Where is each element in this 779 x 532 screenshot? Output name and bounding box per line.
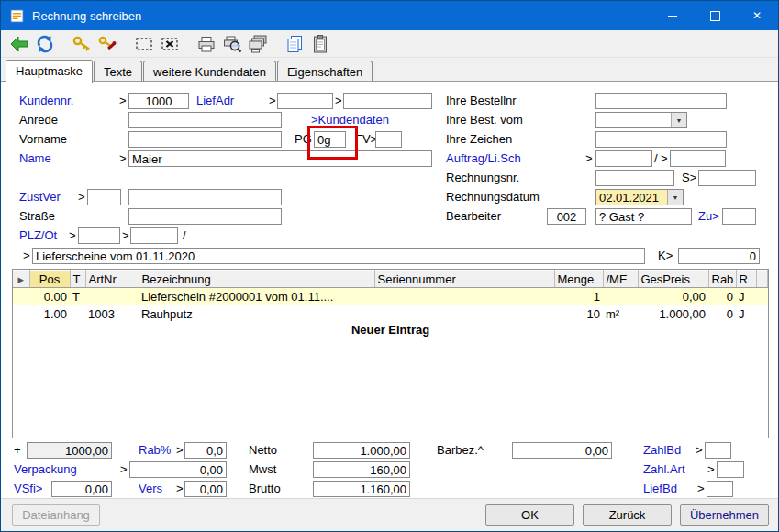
- fv-label: FV>: [355, 131, 377, 148]
- mwst-input[interactable]: [313, 461, 410, 478]
- strasse-label: Straße: [19, 208, 55, 225]
- gt-mark: >: [707, 461, 715, 478]
- plus-label: +: [14, 442, 21, 459]
- zustver-input-2[interactable]: [128, 189, 282, 205]
- toolbar-select-button[interactable]: [131, 32, 157, 56]
- kundennr-input[interactable]: [128, 93, 189, 109]
- toolbar-key-button[interactable]: [69, 32, 95, 56]
- verpackung-input[interactable]: [129, 461, 227, 478]
- auftrag-input-1[interactable]: [595, 150, 652, 167]
- barbez-input[interactable]: [512, 442, 612, 459]
- col-header-bezeichnung[interactable]: Bezeichnung: [139, 271, 374, 288]
- rechnungsnr-input[interactable]: [595, 170, 674, 186]
- maximize-button[interactable]: [694, 1, 736, 30]
- toolbar-print-preview-button[interactable]: [219, 32, 245, 56]
- toolbar-refresh-button[interactable]: [32, 32, 58, 56]
- toolbar-documents-button[interactable]: [282, 32, 307, 56]
- bearbeiter-code-input[interactable]: [547, 208, 586, 225]
- liefadr-input-2[interactable]: [343, 93, 432, 109]
- ihre-bestellnr-input[interactable]: [595, 93, 727, 109]
- ort-input[interactable]: [130, 227, 178, 244]
- cell-gespreis: 0,00: [638, 288, 708, 306]
- print-preview-icon: [222, 34, 242, 54]
- gt-mark: >: [176, 442, 184, 459]
- cell-bezeichnung: Lieferschein #2000001 vom 01.11....: [139, 288, 374, 306]
- tab-texte[interactable]: Texte: [94, 61, 142, 82]
- zahlbd-input[interactable]: [705, 442, 731, 459]
- col-header-seriennummer[interactable]: Seriennummer: [374, 271, 554, 288]
- ihre-best-vom-combo: ▼: [595, 112, 687, 128]
- maximize-icon: [710, 11, 720, 21]
- toolbar-back-button[interactable]: [6, 32, 32, 56]
- vorname-input[interactable]: [128, 131, 282, 148]
- table-row[interactable]: 1.00 1003 Rauhputz 10 m² 1.000,00 0 J: [13, 305, 768, 323]
- kundendaten-link[interactable]: >Kundendaten: [311, 112, 389, 128]
- zu-input[interactable]: [722, 208, 756, 225]
- toolbar-cancel-selection-button[interactable]: [157, 32, 183, 56]
- chevron-down-icon: ▼: [673, 194, 679, 201]
- col-header-t[interactable]: T: [70, 271, 85, 288]
- netto-input[interactable]: [313, 442, 410, 459]
- minimize-button[interactable]: [651, 1, 694, 30]
- col-header-gespreis[interactable]: GesPreis: [638, 271, 708, 288]
- k-input[interactable]: [678, 248, 760, 264]
- invoice-window: Rechnung schreiben ✕: [0, 0, 779, 532]
- plus-total-input[interactable]: [27, 442, 112, 459]
- col-header-selector[interactable]: ▸: [13, 271, 29, 288]
- zustver-label: ZustVer: [19, 189, 61, 205]
- lieferschein-text-input[interactable]: [32, 248, 645, 264]
- table-row[interactable]: 0.00 T Lieferschein #2000001 vom 01.11..…: [13, 288, 768, 306]
- tab-hauptmaske[interactable]: Hauptmaske: [6, 60, 93, 83]
- key-icon: [72, 34, 92, 54]
- new-entry-label[interactable]: Neuer Eintrag: [12, 323, 769, 337]
- zahlart-input[interactable]: [717, 461, 744, 478]
- ihre-best-vom-dropdown-button[interactable]: ▼: [671, 113, 686, 127]
- cell-seriennummer: [374, 288, 554, 306]
- auftrag-input-2[interactable]: [670, 150, 726, 167]
- rab-percent-input[interactable]: [184, 442, 227, 459]
- cell-bezeichnung: Rauhputz: [139, 305, 374, 323]
- col-header-me[interactable]: /ME: [603, 271, 638, 288]
- liefbd-label: LiefBd: [643, 481, 677, 497]
- gt-mark: >: [78, 189, 85, 205]
- rechnungsdatum-dropdown-button[interactable]: ▼: [667, 190, 683, 205]
- rechnungsnr-label: Rechnungsnr.: [446, 170, 519, 186]
- bearbeiter-name-input[interactable]: [595, 208, 692, 225]
- anrede-input[interactable]: [128, 112, 282, 128]
- toolbar-print-button[interactable]: [194, 32, 219, 56]
- col-header-r[interactable]: R: [736, 271, 756, 288]
- vers-input[interactable]: [184, 481, 227, 497]
- uebernehmen-button[interactable]: Übernehmen: [680, 504, 769, 526]
- strasse-input[interactable]: [128, 208, 282, 225]
- toolbar-paste-button[interactable]: [307, 32, 333, 56]
- col-header-pos[interactable]: Pos: [29, 271, 70, 288]
- pg-label: PG: [295, 131, 312, 148]
- ok-button[interactable]: OK: [485, 504, 574, 526]
- col-header-menge[interactable]: Menge: [554, 271, 603, 288]
- auftrag-label: Auftrag/Li.Sch: [446, 150, 521, 167]
- s-input[interactable]: [698, 170, 756, 186]
- tab-eigenschaften[interactable]: Eigenschaften: [277, 61, 373, 82]
- rab-percent-label: Rab%: [139, 442, 171, 459]
- liefbd-input[interactable]: [707, 481, 733, 497]
- zurueck-button[interactable]: Zurück: [583, 504, 672, 526]
- toolbar-key-change-button[interactable]: [95, 32, 120, 56]
- col-header-rab[interactable]: Rab: [708, 271, 736, 288]
- gt-mark: >: [697, 481, 705, 497]
- close-button[interactable]: ✕: [736, 1, 778, 30]
- select-icon: [134, 34, 154, 54]
- toolbar-print-copies-button[interactable]: [245, 32, 271, 56]
- liefadr-input-1[interactable]: [277, 93, 333, 109]
- tab-weitere-kundendaten[interactable]: weitere Kundendaten: [143, 61, 276, 82]
- col-header-artnr[interactable]: ArtNr: [85, 271, 139, 288]
- zustver-input-1[interactable]: [87, 189, 121, 205]
- key-change-icon: [97, 34, 117, 54]
- vsfi-input[interactable]: [51, 481, 112, 497]
- brutto-input[interactable]: [313, 481, 410, 497]
- plz-input[interactable]: [78, 227, 120, 244]
- fv-input[interactable]: [375, 131, 402, 148]
- name-input[interactable]: [128, 150, 432, 167]
- pg-input[interactable]: [314, 131, 346, 148]
- cell-artnr: 1003: [85, 305, 139, 323]
- ihre-zeichen-input[interactable]: [595, 131, 727, 148]
